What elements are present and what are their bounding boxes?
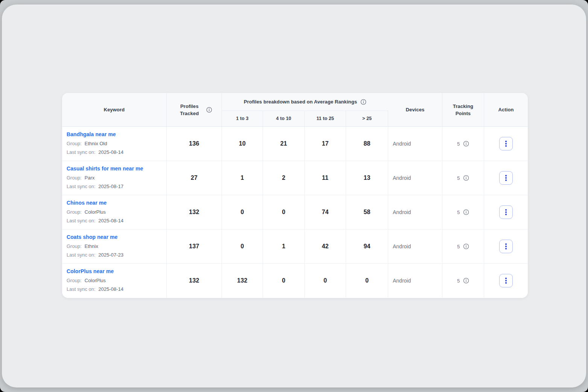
last-sync-value: 2025-08-14 xyxy=(99,286,124,292)
keyword-link[interactable]: Casual shirts for men near me xyxy=(67,166,143,172)
devices-cell: Android xyxy=(388,195,442,229)
tracking-points-value: 5 xyxy=(457,278,460,284)
group-label: Group: xyxy=(67,141,82,146)
group-label: Group: xyxy=(67,175,82,181)
row-actions-button[interactable] xyxy=(499,171,513,185)
tracking-points-cell: 5 xyxy=(442,229,484,263)
action-cell xyxy=(484,195,528,229)
profiles-tracked-value: 137 xyxy=(189,243,199,250)
keyword-link[interactable]: Coats shop near me xyxy=(67,234,118,240)
device-value: Android xyxy=(393,175,411,181)
group-value: ColorPlus xyxy=(85,278,106,283)
profiles-tracked-cell: 132 xyxy=(167,264,222,298)
info-icon[interactable] xyxy=(360,99,366,105)
breakdown-1to3-value: 0 xyxy=(240,243,244,250)
breakdown-1to3-value: 10 xyxy=(239,140,246,147)
column-header-11to25: 11 to 25 xyxy=(305,111,346,126)
breakdown-11to25-value: 11 xyxy=(322,175,328,181)
breakdown-1to3-value: 0 xyxy=(240,209,244,216)
breakdown-gt25-value: 94 xyxy=(363,243,370,250)
breakdown-gt25-value: 88 xyxy=(363,140,370,147)
breakdown-gt25-cell: 94 xyxy=(346,229,388,263)
devices-cell: Android xyxy=(388,161,442,195)
group-value: Ethnix xyxy=(85,243,98,249)
table-header: Keyword Profiles Tracked Profiles breakd… xyxy=(62,93,528,127)
info-icon[interactable] xyxy=(463,141,469,147)
row-actions-button[interactable] xyxy=(499,205,513,219)
info-icon[interactable] xyxy=(463,175,469,181)
info-icon[interactable] xyxy=(463,278,469,284)
group-line: Group:ColorPlus xyxy=(67,277,106,284)
breakdown-4to10-cell: 0 xyxy=(263,264,305,298)
info-icon[interactable] xyxy=(463,243,469,249)
breakdown-4to10-value: 2 xyxy=(282,175,285,181)
device-value: Android xyxy=(393,209,411,215)
breakdown-11to25-cell: 74 xyxy=(305,195,346,229)
column-header-profiles-tracked: Profiles Tracked xyxy=(167,93,222,126)
breakdown-4to10-value: 1 xyxy=(282,243,285,250)
breakdown-4to10-value: 21 xyxy=(280,140,287,147)
breakdown-4to10-value: 0 xyxy=(282,277,285,284)
breakdown-1to3-cell: 0 xyxy=(222,195,263,229)
breakdown-11to25-value: 74 xyxy=(322,209,328,216)
breakdown-4to10-value: 0 xyxy=(282,209,285,216)
breakdown-11to25-cell: 0 xyxy=(305,264,346,298)
info-icon[interactable] xyxy=(206,107,212,113)
breakdown-1to3-value: 1 xyxy=(240,175,244,181)
kebab-menu-icon xyxy=(505,141,507,147)
tracking-points-cell: 5 xyxy=(442,127,484,161)
keyword-cell: Coats shop near me Group:Ethnix Last syn… xyxy=(62,229,167,263)
kebab-menu-icon xyxy=(505,243,507,249)
action-cell xyxy=(484,229,528,263)
last-sync-label: Last sync on: xyxy=(67,149,96,155)
last-sync-label: Last sync on: xyxy=(67,252,96,258)
last-sync-label: Last sync on: xyxy=(67,286,96,292)
column-header-breakdown-group: Profiles breakdown based on Average Rank… xyxy=(222,93,388,111)
keyword-link[interactable]: Bandhgala near me xyxy=(67,131,116,137)
row-actions-button[interactable] xyxy=(499,240,513,253)
info-icon[interactable] xyxy=(463,209,469,215)
last-sync-label: Last sync on: xyxy=(67,184,96,189)
last-sync-label: Last sync on: xyxy=(67,218,96,223)
row-actions-button[interactable] xyxy=(499,274,513,287)
last-sync-line: Last sync on:2025-08-14 xyxy=(67,285,123,293)
group-value: ColorPlus xyxy=(85,209,106,215)
group-line: Group:Ethnix Old xyxy=(67,140,107,147)
breakdown-gt25-cell: 88 xyxy=(346,127,388,161)
column-header-gt25: > 25 xyxy=(346,111,388,126)
breakdown-4to10-cell: 1 xyxy=(263,229,305,263)
profiles-tracked-cell: 136 xyxy=(167,127,222,161)
keyword-cell: Bandhgala near me Group:Ethnix Old Last … xyxy=(62,127,167,161)
group-line: Group:ColorPlus xyxy=(67,208,106,216)
table-row: Casual shirts for men near me Group:Parx… xyxy=(62,161,528,195)
breakdown-1to3-cell: 10 xyxy=(222,127,263,161)
breakdown-11to25-value: 17 xyxy=(322,140,328,147)
table-body: Bandhgala near me Group:Ethnix Old Last … xyxy=(62,127,528,298)
breakdown-1to3-cell: 1 xyxy=(222,161,263,195)
profiles-tracked-value: 136 xyxy=(189,140,199,147)
breakdown-gt25-cell: 13 xyxy=(346,161,388,195)
column-header-action: Action xyxy=(484,93,528,126)
tracking-points-cell: 5 xyxy=(442,264,484,298)
last-sync-line: Last sync on:2025-08-17 xyxy=(67,182,123,190)
column-header-4to10: 4 to 10 xyxy=(263,111,305,126)
breakdown-gt25-cell: 0 xyxy=(346,264,388,298)
profiles-tracked-cell: 137 xyxy=(167,229,222,263)
table-row: ColorPlus near me Group:ColorPlus Last s… xyxy=(62,264,528,298)
column-header-1to3: 1 to 3 xyxy=(222,111,263,126)
keyword-link[interactable]: ColorPlus near me xyxy=(67,268,114,274)
devices-cell: Android xyxy=(388,127,442,161)
action-cell xyxy=(484,127,528,161)
devices-cell: Android xyxy=(388,264,442,298)
keywords-table-card: Keyword Profiles Tracked Profiles breakd… xyxy=(62,93,528,298)
row-actions-button[interactable] xyxy=(499,137,513,150)
device-value: Android xyxy=(393,243,411,249)
keyword-link[interactable]: Chinos near me xyxy=(67,200,106,206)
group-value: Parx xyxy=(85,175,95,181)
kebab-menu-icon xyxy=(505,209,507,215)
breakdown-1to3-cell: 0 xyxy=(222,229,263,263)
breakdown-1to3-value: 132 xyxy=(237,277,247,284)
profiles-tracked-cell: 132 xyxy=(167,195,222,229)
group-label: Group: xyxy=(67,243,82,249)
breakdown-11to25-value: 0 xyxy=(324,277,327,284)
